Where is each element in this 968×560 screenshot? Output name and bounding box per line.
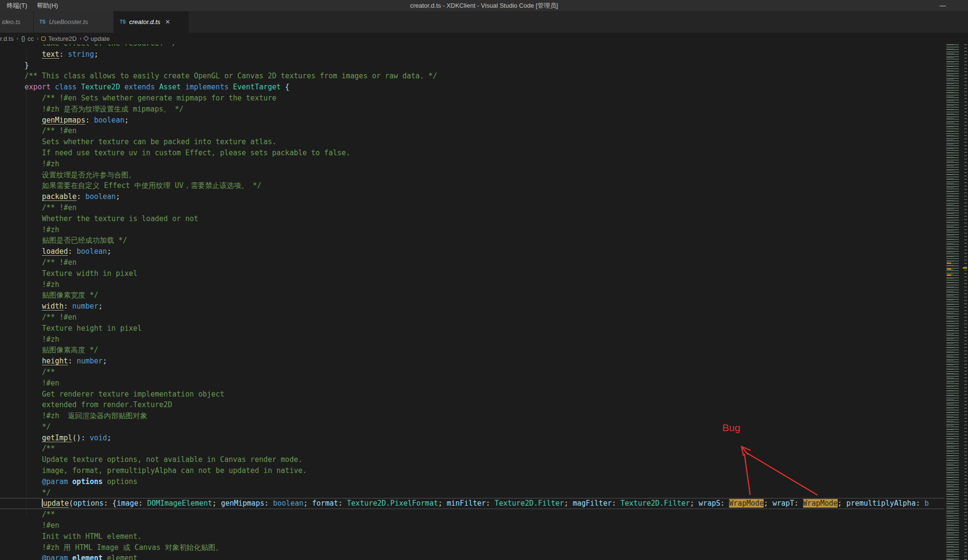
code-line[interactable]: /** !#en: [0, 125, 944, 137]
menu-item-help[interactable]: 帮助(H): [33, 0, 62, 11]
chevron-right-icon: ›: [79, 35, 81, 42]
code-line[interactable]: 贴图像素高度 */: [0, 345, 944, 356]
code-line[interactable]: @param options options: [0, 476, 944, 487]
code-token: ;: [94, 50, 99, 59]
code-line[interactable]: 设置纹理是否允许参与合图。: [0, 170, 944, 181]
code-token: !#zh 是否为纹理设置生成 mipmaps。 */: [42, 105, 184, 113]
chevron-right-icon: ›: [16, 35, 18, 42]
code-token: ;: [99, 302, 103, 311]
minimize-button[interactable]: —: [932, 0, 954, 11]
breadcrumb-item-file[interactable]: r.d.ts: [0, 35, 13, 42]
code-line[interactable]: take effect of the resource. */: [0, 44, 944, 49]
code-line[interactable]: /** !#en: [0, 202, 944, 213]
code-token: @param: [42, 477, 68, 486]
code-line[interactable]: !#zh 用 HTML Image 或 Canvas 对象初始化贴图。: [0, 542, 944, 553]
code-line[interactable]: !#zh: [0, 224, 944, 236]
window-controls: —: [932, 0, 954, 11]
tab-video[interactable]: ideo.ts: [0, 11, 34, 33]
code-token: genMipmaps: [42, 116, 85, 124]
minimap-code-stripes-light: [946, 44, 954, 560]
code-line[interactable]: Texture width in pixel: [0, 268, 944, 279]
close-icon[interactable]: ✕: [165, 18, 170, 25]
code-line[interactable]: 贴图像素宽度 */: [0, 290, 944, 301]
code-token: }: [25, 61, 29, 70]
code-token: ;: [212, 499, 221, 508]
namespace-icon: {}: [21, 35, 25, 42]
code-token: DOMImageElement: [147, 499, 212, 508]
code-token: extended from render.Texture2D: [42, 400, 172, 409]
code-token: Texture2D.PixelFormat: [347, 499, 438, 508]
code-line[interactable]: Update texture options, not available in…: [0, 454, 944, 465]
code-line[interactable]: Sets whether texture can be packed into …: [0, 137, 944, 148]
code-line[interactable]: 如果需要在自定义 Effect 中使用纹理 UV，需要禁止该选项。 */: [0, 180, 944, 191]
code-line[interactable]: /**: [0, 443, 944, 454]
code-line[interactable]: /** !#en: [0, 257, 944, 268]
code-line[interactable]: genMipmaps: boolean;: [0, 115, 944, 126]
breadcrumb-item-method[interactable]: update: [84, 35, 110, 42]
code-token: /** !#en: [42, 258, 76, 267]
class-icon: [41, 37, 46, 41]
code-token: Texture2D.Filter: [620, 499, 690, 508]
code-token: ;: [103, 357, 107, 365]
ruler-mark-orange: [947, 274, 951, 276]
code-token: genMipmaps: [221, 499, 264, 508]
code-line[interactable]: width: number;: [0, 301, 944, 312]
breadcrumb-item-class[interactable]: Texture2D: [41, 35, 76, 42]
tab-bar: ideo.ts TS UseBooster.ts TS creator.d.ts…: [0, 11, 968, 33]
minimap[interactable]: [944, 44, 968, 560]
code-token: ;: [838, 499, 846, 508]
highlighted-token: WrapMode: [803, 499, 838, 508]
code-line[interactable]: !#en: [0, 378, 944, 389]
code-line[interactable]: !#en: [0, 520, 944, 531]
code-token: Asset: [159, 83, 181, 91]
code-line[interactable]: !#zh: [0, 279, 944, 290]
code-line[interactable]: export class Texture2D extends Asset imp…: [0, 82, 944, 93]
code-line[interactable]: Get renderer texture implementation obje…: [0, 389, 944, 400]
code-line[interactable]: loaded: boolean;: [0, 246, 944, 257]
code-line[interactable]: extended from render.Texture2D: [0, 399, 944, 411]
code-line[interactable]: */: [0, 422, 944, 433]
code-token: take effect of the resource. */: [42, 44, 176, 48]
typescript-icon: TS: [120, 19, 126, 25]
code-lines: take effect of the resource. */ text: st…: [0, 44, 944, 560]
code-token: wrapT: [772, 499, 794, 508]
overview-ruler-marks: [964, 44, 967, 560]
method-icon: [84, 36, 89, 41]
code-line[interactable]: /**: [0, 509, 944, 520]
breadcrumb-item-namespace[interactable]: {} cc: [21, 35, 34, 42]
code-line[interactable]: text: string;: [0, 49, 944, 60]
code-line[interactable]: !#zh 是否为纹理设置生成 mipmaps。 */: [0, 104, 944, 115]
code-line[interactable]: Init with HTML element.: [0, 531, 944, 542]
code-line[interactable]: @param element element: [0, 553, 944, 560]
code-token: getImpl: [42, 434, 72, 442]
code-line[interactable]: packable: boolean;: [0, 191, 944, 202]
code-line[interactable]: Whether the texture is loaded or not: [0, 213, 944, 224]
code-token: Texture2D.Filter: [494, 499, 564, 508]
code-line[interactable]: !#zh: [0, 159, 944, 170]
code-line[interactable]: Texture height in pixel: [0, 323, 944, 334]
editor[interactable]: take effect of the resource. */ text: st…: [0, 44, 944, 560]
code-line[interactable]: }: [0, 60, 944, 71]
code-line-current[interactable]: update(options: {image: DOMImageElement;…: [0, 498, 944, 509]
code-token: ;: [438, 499, 447, 508]
code-line[interactable]: /** This class allows to easily create O…: [0, 71, 944, 82]
tab-usebooster[interactable]: TS UseBooster.ts: [34, 11, 114, 33]
code-line[interactable]: /** !#en Sets whether generate mipmaps f…: [0, 93, 944, 104]
code-line[interactable]: */: [0, 487, 944, 498]
code-line[interactable]: 贴图是否已经成功加载 */: [0, 235, 944, 246]
code-token: minFilter: [447, 499, 486, 508]
code-line[interactable]: getImpl(): void;: [0, 433, 944, 444]
code-line[interactable]: image, format, premultiplyAlpha can not …: [0, 465, 944, 476]
menu-item-terminal[interactable]: 终端(T): [3, 0, 31, 11]
code-line[interactable]: /**: [0, 367, 944, 378]
code-token: class: [55, 83, 76, 91]
code-line[interactable]: !#zh: [0, 334, 944, 345]
code-line[interactable]: !#zh 返回渲染器内部贴图对象: [0, 411, 944, 422]
code-line[interactable]: If need use texture uv in custom Effect,…: [0, 148, 944, 159]
code-token: !#zh: [42, 335, 59, 344]
code-line[interactable]: /** !#en: [0, 312, 944, 323]
code-line[interactable]: height: number;: [0, 356, 944, 367]
code-token: :: [264, 499, 273, 508]
code-token: number: [72, 302, 98, 311]
tab-creator[interactable]: TS creator.d.ts ✕: [114, 11, 189, 33]
